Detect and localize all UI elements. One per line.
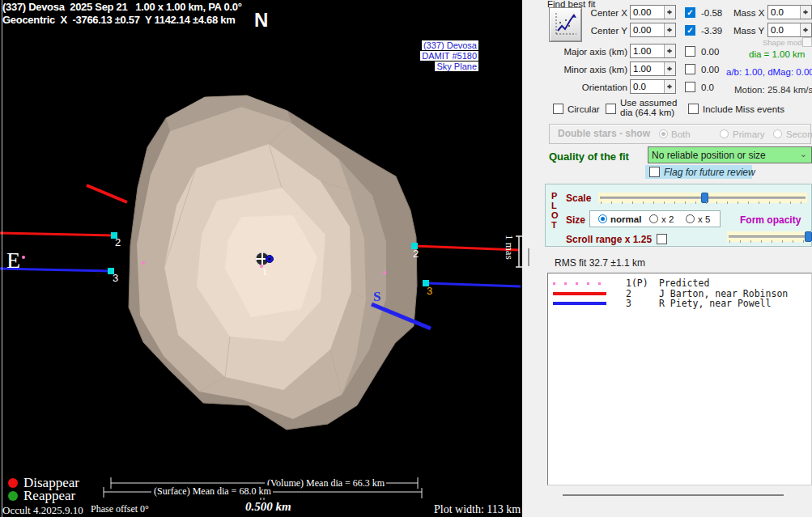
double-stars-secondary-radio — [773, 129, 782, 138]
legend-row-chord3[interactable]: 3 R Piety, near Powell — [548, 299, 811, 308]
legend-row-predicted[interactable]: 1(P) Predicted — [548, 278, 811, 288]
occult-app-window: (337) Devosa 2025 Sep 21 1.00 x 1.00 km,… — [0, 0, 812, 517]
major-axis-fit-checkbox[interactable] — [685, 46, 695, 57]
orientation-fit-checkbox[interactable] — [685, 82, 695, 92]
size-x5-label: x 5 — [698, 214, 710, 224]
orientation-value[interactable]: 0.0 — [631, 80, 664, 93]
include-miss-checkbox[interactable] — [688, 104, 699, 114]
center-x-spinner[interactable]: 0.00 — [630, 5, 676, 19]
info-sky-plane: Sky Plane — [435, 61, 478, 71]
form-opacity-slider-thumb[interactable] — [805, 231, 812, 242]
center-y-fit-checkbox[interactable]: ✓ — [685, 25, 695, 36]
plot-letter-p: P — [551, 191, 559, 201]
major-axis-spinner[interactable]: 1.00 — [630, 44, 676, 58]
center-x-label: Center X — [571, 8, 627, 18]
center-y-value[interactable]: 0.00 — [631, 23, 664, 36]
size-x2-label: x 2 — [661, 214, 674, 224]
center-x-fit-checkbox[interactable]: ✓ — [685, 7, 695, 18]
double-stars-both-radio — [659, 129, 668, 138]
orientation-spinner[interactable]: 0.0 — [630, 79, 676, 94]
plot-subtitle: Geocentric X -3766.13 ±0.57 Y 1142.14 ±4… — [2, 14, 235, 26]
mass-x-label: Mass X — [733, 8, 764, 18]
scale-slider-thumb[interactable] — [701, 193, 708, 203]
chord2-east-label: 2 — [413, 248, 419, 260]
center-y-spinner[interactable]: 0.00 — [630, 23, 676, 37]
plot-left-edge-line — [2, 0, 2, 517]
mass-y-spinner[interactable]: 0.0 — [767, 23, 812, 37]
center-y-label: Center Y — [571, 26, 627, 36]
quality-of-fit-label: Quality of the fit — [549, 150, 629, 163]
major-axis-value[interactable]: 1.00 — [631, 44, 664, 57]
mass-y-value[interactable]: 0.0 — [768, 23, 800, 36]
east-indicator: E — [6, 248, 20, 273]
mass-x-down[interactable] — [801, 12, 811, 19]
scroll-range-label: Scroll range x 1.25 — [566, 234, 652, 245]
double-stars-both-label: Both — [671, 129, 691, 139]
quality-of-fit-dropdown[interactable]: No reliable position or size ⌄ — [648, 146, 812, 163]
size-label: Size — [566, 214, 585, 226]
diameter-info: dia = 1.00 km — [749, 49, 805, 59]
info-damit-id: DAMIT #5180 — [420, 51, 478, 61]
chord3-east-label: 3 — [427, 285, 432, 297]
scale-label: Scale — [566, 193, 591, 204]
size-x2-radio[interactable] — [649, 214, 658, 223]
orientation-label: Orientation — [546, 83, 627, 92]
chord2-line-swatch — [553, 292, 606, 295]
scale-bar-label: 0.500 km — [245, 500, 291, 514]
north-indicator: N — [254, 9, 268, 32]
form-opacity-slider[interactable] — [727, 231, 812, 242]
legend-row-chord2[interactable]: 2 J Barton, near Robinson — [548, 288, 811, 298]
shape-center-dot-core — [269, 258, 271, 261]
minor-axis-fitted-value: 0.00 — [701, 65, 719, 74]
minor-axis-label: Minor axis (km) — [546, 65, 627, 74]
size-x5-radio[interactable] — [686, 214, 695, 223]
mas-scale-label: 1 mas — [503, 235, 516, 260]
chord3-west-label: 3 — [113, 272, 118, 284]
mass-y-down[interactable] — [801, 30, 811, 36]
center-x-down[interactable] — [665, 12, 675, 19]
legend-id: 3 — [626, 298, 659, 309]
minor-axis-value[interactable]: 1.00 — [631, 62, 664, 75]
observer-legend-list: 1(P) Predicted 2 J Barton, near Robinson… — [547, 273, 812, 485]
minor-axis-fit-checkbox[interactable] — [685, 64, 695, 74]
size-radio-group: normal x 2 x 5 — [589, 210, 721, 227]
splitter-handle[interactable] — [528, 248, 529, 266]
reappear-label: Reappear — [23, 488, 75, 504]
minor-axis-down[interactable] — [665, 69, 675, 75]
plot-letter-o: O — [551, 210, 559, 220]
shape-model-label: Shape model — [763, 38, 808, 47]
mass-y-label: Mass Y — [733, 26, 764, 36]
reappear-dot-icon — [8, 491, 18, 501]
orientation-down[interactable] — [665, 87, 675, 93]
size-normal-radio[interactable] — [598, 214, 607, 223]
center-y-down[interactable] — [665, 30, 675, 36]
mass-x-spinner[interactable]: 0.0 — [767, 5, 812, 19]
legend-observer: R Piety, near Powell — [659, 298, 771, 309]
orientation-fitted-value: 0.0 — [701, 83, 714, 92]
disappear-dot-icon — [8, 478, 18, 488]
south-station-label: S — [373, 289, 380, 305]
circular-checkbox[interactable] — [553, 104, 563, 114]
chevron-down-icon: ⌄ — [800, 149, 807, 159]
mass-x-value[interactable]: 0.0 — [768, 6, 800, 19]
quality-selected-value: No reliable position or size — [652, 150, 766, 161]
chord2-west — [0, 233, 114, 235]
predicted-line-swatch — [553, 282, 606, 285]
sky-plane-plot: (337) Devosa 2025 Sep 21 1.00 x 1.00 km,… — [0, 0, 522, 517]
info-object-name: (337) Devosa — [422, 40, 478, 50]
scale-slider[interactable] — [598, 193, 807, 203]
major-axis-down[interactable] — [665, 51, 675, 57]
volume-diameter-label: (Volume) Mean dia = 66.3 km — [266, 477, 386, 489]
center-x-value[interactable]: 0.00 — [631, 6, 664, 19]
mas-scale-bar — [516, 236, 522, 267]
size-normal-label: normal — [610, 214, 641, 224]
scroll-range-checkbox[interactable] — [657, 234, 667, 244]
double-stars-title: Double stars - show — [558, 128, 650, 139]
minor-axis-spinner[interactable]: 1.00 — [630, 61, 676, 76]
use-assumed-dia-checkbox[interactable] — [606, 104, 616, 114]
shape-model-info-box: (337) Devosa DAMIT #5180 Sky Plane — [419, 40, 478, 72]
center-y-fitted-value: -3.39 — [701, 26, 722, 36]
plot-title: (337) Devosa 2025 Sep 21 1.00 x 1.00 km,… — [2, 1, 242, 13]
flag-review-checkbox[interactable] — [649, 167, 660, 177]
plot-letters: P L O T — [551, 191, 559, 230]
